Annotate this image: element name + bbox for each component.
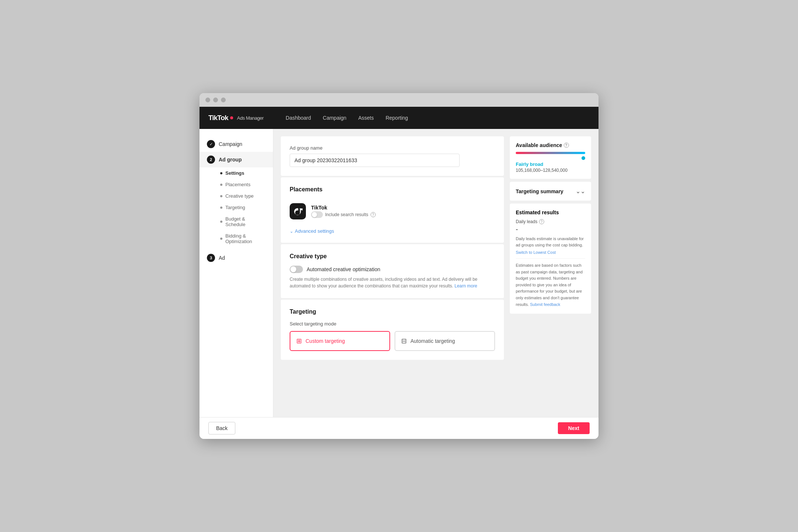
creative-title: Creative type bbox=[290, 253, 495, 260]
placement-sub: Include search results ? bbox=[311, 211, 376, 218]
title-bar bbox=[200, 93, 598, 107]
custom-targeting-label: Custom targeting bbox=[306, 338, 345, 344]
est-daily-leads-value: - bbox=[516, 226, 585, 233]
traffic-light-min[interactable] bbox=[213, 98, 218, 102]
ts-header: Targeting summary ⌄⌄ bbox=[516, 188, 585, 195]
nav-items: Dashboard Campaign Assets Reporting bbox=[286, 113, 408, 123]
sub-items: Settings Placements Creative type Target… bbox=[200, 167, 273, 247]
targeting-dot bbox=[220, 207, 222, 209]
toggle-row: Automated creative optimization bbox=[290, 266, 495, 273]
submit-feedback-link[interactable]: Submit feedback bbox=[530, 302, 560, 307]
sub-item-creative-label: Creative type bbox=[225, 193, 254, 199]
est-daily-leads-label: Daily leads ? bbox=[516, 219, 585, 224]
logo-text: TikTok bbox=[208, 114, 228, 122]
sidebar-campaign-label: Campaign bbox=[219, 141, 242, 147]
nav-dashboard[interactable]: Dashboard bbox=[286, 113, 311, 123]
targeting-summary-card: Targeting summary ⌄⌄ bbox=[510, 182, 591, 201]
nav-reporting[interactable]: Reporting bbox=[386, 113, 408, 123]
placements-dot bbox=[220, 184, 222, 186]
creative-desc: Create multiple combinations of creative… bbox=[290, 276, 495, 289]
targeting-section: Targeting Select targeting mode ⊞ Custom… bbox=[281, 300, 504, 360]
advanced-settings-link[interactable]: ⌄ Advanced settings bbox=[290, 228, 495, 234]
logo: TikTok Ads Manager bbox=[208, 114, 263, 122]
creative-type-section: Creative type Automated creative optimiz… bbox=[281, 244, 504, 298]
sub-item-placements-label: Placements bbox=[225, 182, 250, 187]
learn-more-link[interactable]: Learn more bbox=[454, 283, 477, 289]
custom-targeting-option[interactable]: ⊞ Custom targeting bbox=[290, 331, 390, 351]
creative-dot bbox=[220, 195, 222, 197]
adgroup-name-section: Ad group name bbox=[281, 136, 504, 176]
placement-row: TikTok Include search results ? bbox=[290, 199, 495, 224]
sub-item-placements[interactable]: Placements bbox=[207, 179, 273, 190]
indicator-dot bbox=[582, 156, 585, 160]
sub-item-creative[interactable]: Creative type bbox=[207, 190, 273, 202]
targeting-mode-label: Select targeting mode bbox=[290, 321, 495, 327]
chevron-down-icon: ⌄ bbox=[290, 229, 293, 234]
daily-leads-info-icon[interactable]: ? bbox=[539, 219, 544, 224]
sidebar: ✓ Campaign 2 Ad group Settings Placement… bbox=[200, 129, 273, 417]
audience-title: Available audience ? bbox=[516, 142, 585, 148]
sub-item-budget[interactable]: Budget & Schedule bbox=[207, 213, 273, 230]
main-layout: ✓ Campaign 2 Ad group Settings Placement… bbox=[200, 129, 598, 417]
creative-desc-text: Create multiple combinations of creative… bbox=[290, 277, 477, 289]
placement-name: TikTok bbox=[311, 205, 376, 211]
include-search-label: Include search results bbox=[325, 212, 368, 217]
ad-step-number: 3 bbox=[207, 254, 215, 262]
creative-optimization-toggle[interactable] bbox=[290, 266, 303, 273]
placements-title: Placements bbox=[290, 186, 495, 193]
back-button[interactable]: Back bbox=[208, 422, 235, 434]
tiktok-platform-icon bbox=[290, 203, 306, 219]
sub-item-targeting[interactable]: Targeting bbox=[207, 202, 273, 213]
settings-dot bbox=[220, 172, 222, 174]
est-notes: Estimates are based on factors such as p… bbox=[516, 258, 585, 308]
auto-targeting-icon: ⊟ bbox=[401, 337, 407, 345]
targeting-title: Targeting bbox=[290, 308, 495, 315]
main-content: Ad group name Placements bbox=[281, 136, 504, 410]
next-button[interactable]: Next bbox=[558, 422, 590, 434]
placements-section: Placements TikTok bbox=[281, 177, 504, 243]
adgroup-step-number: 2 bbox=[207, 156, 215, 164]
sub-item-targeting-label: Targeting bbox=[225, 205, 245, 210]
audience-bar bbox=[516, 152, 585, 154]
sidebar-item-ad[interactable]: 3 Ad bbox=[200, 250, 273, 266]
traffic-light-max[interactable] bbox=[221, 98, 226, 102]
sub-item-bidding-label: Bidding & Optimization bbox=[225, 233, 266, 244]
traffic-light-close[interactable] bbox=[205, 98, 210, 102]
est-title: Estimated results bbox=[516, 209, 585, 215]
audience-indicator bbox=[516, 156, 585, 160]
budget-dot bbox=[220, 221, 222, 223]
est-unavailable-desc: Daily leads estimate is unavailable for … bbox=[516, 236, 585, 248]
sidebar-item-adgroup[interactable]: 2 Ad group bbox=[200, 152, 273, 167]
top-nav: TikTok Ads Manager Dashboard Campaign As… bbox=[200, 107, 598, 129]
logo-dot bbox=[230, 116, 233, 119]
include-search-info-icon[interactable]: ? bbox=[371, 212, 376, 217]
audience-range: 105,168,000–128,540,000 bbox=[516, 168, 585, 173]
ts-chevron-icon[interactable]: ⌄⌄ bbox=[576, 188, 585, 195]
automatic-targeting-option[interactable]: ⊟ Automatic targeting bbox=[395, 331, 495, 351]
adgroup-name-input[interactable] bbox=[290, 154, 460, 167]
content-area: Ad group name Placements bbox=[273, 129, 598, 417]
include-search-toggle[interactable] bbox=[311, 211, 323, 218]
creative-toggle-label: Automated creative optimization bbox=[307, 266, 380, 272]
app-window: TikTok Ads Manager Dashboard Campaign As… bbox=[200, 93, 598, 439]
sidebar-ad-label: Ad bbox=[219, 255, 225, 261]
switch-to-lowest-cost-link[interactable]: Switch to Lowest Cost bbox=[516, 250, 585, 255]
nav-campaign[interactable]: Campaign bbox=[323, 113, 347, 123]
estimated-results-card: Estimated results Daily leads ? - Daily … bbox=[510, 204, 591, 314]
sub-item-bidding[interactable]: Bidding & Optimization bbox=[207, 230, 273, 247]
sub-item-settings-label: Settings bbox=[225, 170, 244, 176]
custom-targeting-icon: ⊞ bbox=[296, 337, 302, 345]
nav-assets[interactable]: Assets bbox=[358, 113, 374, 123]
sub-item-settings[interactable]: Settings bbox=[207, 167, 273, 179]
sub-item-budget-label: Budget & Schedule bbox=[225, 216, 266, 227]
bottom-bar: Back Next bbox=[200, 417, 598, 439]
bidding-dot bbox=[220, 238, 222, 240]
automatic-targeting-label: Automatic targeting bbox=[410, 338, 455, 344]
right-panel: Available audience ? Fairly broad 105,16… bbox=[510, 136, 591, 410]
sidebar-item-campaign[interactable]: ✓ Campaign bbox=[200, 136, 273, 152]
campaign-check-icon: ✓ bbox=[207, 140, 215, 148]
sidebar-adgroup-label: Ad group bbox=[219, 157, 242, 163]
ts-title: Targeting summary bbox=[516, 188, 563, 194]
audience-info-icon[interactable]: ? bbox=[564, 143, 569, 148]
targeting-options: ⊞ Custom targeting ⊟ Automatic targeting bbox=[290, 331, 495, 351]
